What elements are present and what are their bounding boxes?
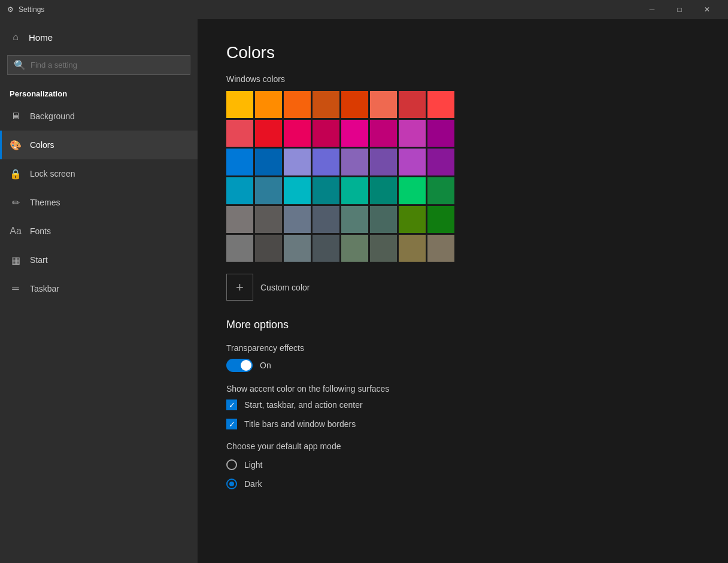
color-swatch[interactable] xyxy=(255,206,282,233)
title-bars-checkbox[interactable]: ✓ xyxy=(226,419,237,429)
color-swatch[interactable] xyxy=(255,120,282,147)
sidebar-item-lock-screen[interactable]: 🔒 Lock screen xyxy=(0,159,198,188)
color-grid xyxy=(226,91,699,262)
sidebar-item-fonts-label: Fonts xyxy=(30,226,51,236)
home-label: Home xyxy=(29,32,53,43)
title-bar: ⚙ Settings ─ □ ✕ xyxy=(0,0,728,19)
sidebar-item-fonts[interactable]: Aa Fonts xyxy=(0,217,198,246)
radio-light-label: Light xyxy=(244,460,262,470)
transparency-toggle-row: On xyxy=(226,359,699,372)
color-swatch[interactable] xyxy=(226,206,253,233)
color-swatch[interactable] xyxy=(313,206,339,233)
color-swatch[interactable] xyxy=(370,177,397,204)
radio-light-outer xyxy=(226,459,237,470)
sidebar-search-box[interactable]: 🔍 xyxy=(7,55,190,75)
maximize-button[interactable]: □ xyxy=(666,0,693,19)
checkbox-title-bars[interactable]: ✓ Title bars and window borders xyxy=(226,419,699,429)
color-swatch[interactable] xyxy=(284,91,311,118)
color-swatch[interactable] xyxy=(370,120,397,147)
custom-color-button[interactable]: + Custom color xyxy=(226,274,699,301)
color-swatch[interactable] xyxy=(427,91,454,118)
color-swatch[interactable] xyxy=(284,120,311,147)
search-input[interactable] xyxy=(31,60,184,69)
minimize-button[interactable]: ─ xyxy=(638,0,666,19)
sidebar-home-button[interactable]: ⌂ Home xyxy=(0,19,198,55)
color-swatch[interactable] xyxy=(370,149,397,175)
color-swatch[interactable] xyxy=(255,149,282,175)
sidebar-item-themes[interactable]: ✏ Themes xyxy=(0,188,198,217)
check-icon: ✓ xyxy=(229,401,235,410)
sidebar-item-themes-label: Themes xyxy=(30,198,60,207)
color-swatch[interactable] xyxy=(313,177,339,204)
title-bars-label: Title bars and window borders xyxy=(244,419,356,429)
color-swatch[interactable] xyxy=(284,149,311,175)
color-swatch[interactable] xyxy=(370,91,397,118)
checkbox-start-taskbar[interactable]: ✓ Start, taskbar, and action center xyxy=(226,399,699,410)
color-swatch[interactable] xyxy=(427,177,454,204)
color-swatch[interactable] xyxy=(226,120,253,147)
sidebar-item-start[interactable]: ▦ Start xyxy=(0,246,198,274)
color-swatch[interactable] xyxy=(255,177,282,204)
sidebar-item-colors-label: Colors xyxy=(30,140,54,150)
more-options-title: More options xyxy=(226,319,699,331)
search-icon: 🔍 xyxy=(14,59,26,71)
sidebar: ⌂ Home 🔍 Personalization 🖥 Background 🎨 … xyxy=(0,19,198,563)
radio-dark-inner xyxy=(229,482,234,486)
radio-dark[interactable]: Dark xyxy=(226,479,699,489)
color-swatch[interactable] xyxy=(226,177,253,204)
color-swatch[interactable] xyxy=(341,149,368,175)
color-swatch[interactable] xyxy=(399,206,426,233)
color-swatch[interactable] xyxy=(284,177,311,204)
start-taskbar-checkbox[interactable]: ✓ xyxy=(226,399,237,410)
sidebar-item-background[interactable]: 🖥 Background xyxy=(0,102,198,131)
themes-icon: ✏ xyxy=(10,196,22,208)
page-title: Colors xyxy=(226,43,699,62)
color-swatch[interactable] xyxy=(427,120,454,147)
color-swatch[interactable] xyxy=(341,120,368,147)
color-swatch[interactable] xyxy=(313,120,339,147)
sidebar-item-colors[interactable]: 🎨 Colors xyxy=(0,131,198,159)
color-swatch[interactable] xyxy=(255,235,282,262)
radio-light[interactable]: Light xyxy=(226,459,699,470)
color-swatch[interactable] xyxy=(226,235,253,262)
transparency-toggle[interactable] xyxy=(226,359,253,372)
sidebar-item-taskbar[interactable]: ═ Taskbar xyxy=(0,274,198,303)
color-swatch[interactable] xyxy=(226,91,253,118)
accent-surfaces-option: Show accent color on the following surfa… xyxy=(226,384,699,429)
color-swatch[interactable] xyxy=(226,149,253,175)
color-swatch[interactable] xyxy=(313,235,339,262)
color-swatch[interactable] xyxy=(427,235,454,262)
color-swatch[interactable] xyxy=(313,91,339,118)
app-mode-option: Choose your default app mode Light Dark xyxy=(226,441,699,489)
custom-color-box: + xyxy=(226,274,253,301)
color-swatch[interactable] xyxy=(399,120,426,147)
color-swatch[interactable] xyxy=(370,235,397,262)
accent-surfaces-label: Show accent color on the following surfa… xyxy=(226,384,699,394)
app-body: ⌂ Home 🔍 Personalization 🖥 Background 🎨 … xyxy=(0,19,728,563)
color-swatch[interactable] xyxy=(399,235,426,262)
color-swatch[interactable] xyxy=(399,91,426,118)
windows-colors-label: Windows colors xyxy=(226,74,699,84)
color-swatch[interactable] xyxy=(284,206,311,233)
color-swatch[interactable] xyxy=(427,206,454,233)
color-swatch[interactable] xyxy=(427,149,454,175)
colors-icon: 🎨 xyxy=(10,139,22,151)
color-swatch[interactable] xyxy=(341,235,368,262)
radio-dark-label: Dark xyxy=(244,479,262,489)
close-button[interactable]: ✕ xyxy=(693,0,721,19)
start-icon: ▦ xyxy=(10,254,22,266)
custom-color-label: Custom color xyxy=(260,283,310,292)
color-swatch[interactable] xyxy=(370,206,397,233)
color-swatch[interactable] xyxy=(341,91,368,118)
color-swatch[interactable] xyxy=(399,177,426,204)
color-swatch[interactable] xyxy=(341,206,368,233)
toggle-knob xyxy=(241,360,251,371)
color-swatch[interactable] xyxy=(341,177,368,204)
color-swatch[interactable] xyxy=(284,235,311,262)
background-icon: 🖥 xyxy=(10,110,22,122)
title-bar-controls: ─ □ ✕ xyxy=(638,0,721,19)
main-content: Colors Windows colors + Custom color Mor… xyxy=(198,19,728,563)
color-swatch[interactable] xyxy=(399,149,426,175)
color-swatch[interactable] xyxy=(255,91,282,118)
color-swatch[interactable] xyxy=(313,149,339,175)
